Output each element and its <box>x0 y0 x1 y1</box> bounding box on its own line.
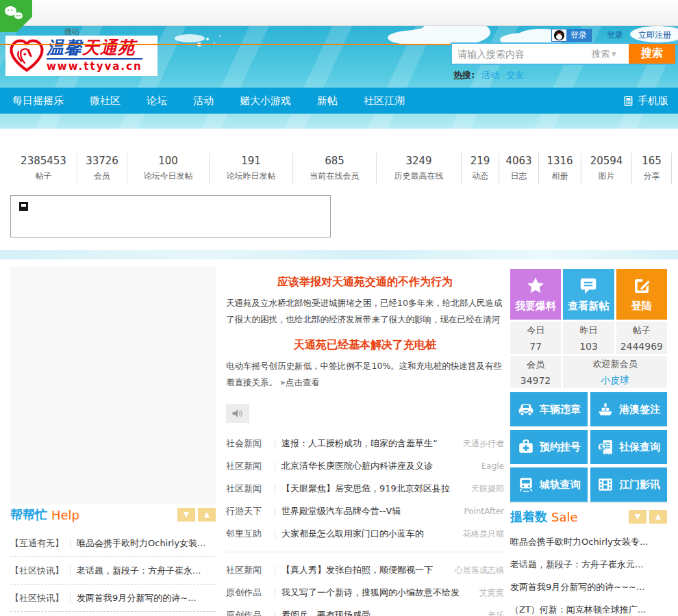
news-author[interactable]: 心居落成志禧 <box>455 565 504 576</box>
stat-value: 2444969 <box>620 341 663 352</box>
report-button[interactable]: 我要爆料 <box>510 269 561 320</box>
news-title[interactable]: 世界殿堂级汽车品牌今昔--V辑 <box>281 505 460 517</box>
nav-item-forum[interactable]: 论坛 <box>147 94 167 107</box>
stat-today: 今日77 <box>510 322 561 354</box>
news-author[interactable]: 艾窝窝 <box>479 587 504 599</box>
scroll-down-button[interactable]: ▼ <box>629 510 646 524</box>
mobile-version-link[interactable]: 手机版 <box>623 88 668 114</box>
service-label: 港澳签注 <box>619 403 660 416</box>
nav-item-yaoyaole[interactable]: 每日摇摇乐 <box>12 94 64 107</box>
nav-item-jianghu[interactable]: 社区江湖 <box>364 94 405 107</box>
news-row[interactable]: 原创作品看阅兵，要有现场感受老乐 <box>226 604 504 616</box>
service-shortcuts: 车辆违章 港澳签注 预约挂号 <box>510 392 667 502</box>
edit-icon <box>631 276 652 296</box>
service-movie-info[interactable]: 江门影讯 <box>590 467 668 502</box>
help-item[interactable]: 【社区快讯】（ZT）何新：闻克林顿全球... <box>10 612 216 616</box>
medkit-icon <box>517 438 535 456</box>
news-title[interactable]: 速报：人工授粉成功，咱家的含羞草生“ <box>281 437 459 450</box>
announcement-speaker-button[interactable] <box>226 404 249 423</box>
news-title[interactable]: 【真人秀】发张自拍照，顺便鄙视一下 <box>281 564 451 576</box>
stat-label: 相册 <box>552 170 568 182</box>
service-hk-macau-visa[interactable]: 港澳签注 <box>590 392 668 426</box>
divider <box>275 611 275 616</box>
news-author[interactable]: 花格是只猫 <box>463 528 504 540</box>
help-item-title[interactable]: 老话题，新段子：方舟子崔永... <box>77 565 216 577</box>
help-item-title[interactable]: 发两首我9月分新写的的诗~... <box>77 592 216 604</box>
news-row[interactable]: 社区新闻【天眼聚焦】居安思危，919北京郊区县拉天眼摄郎 <box>226 478 504 500</box>
news-row[interactable]: 社会新闻速报：人工授粉成功，咱家的含羞草生“天通步行者 <box>226 433 504 455</box>
click-to-view-link[interactable]: »点击查看 <box>280 377 320 387</box>
help-item-title[interactable]: 唯品会携手欧时力Ochirly女装... <box>77 537 216 550</box>
search-scope-label: 搜索 <box>592 48 610 60</box>
service-traffic-violation[interactable]: 车辆违章 <box>510 392 588 426</box>
search-input[interactable] <box>452 44 592 64</box>
service-label: 车辆违章 <box>540 403 581 416</box>
help-item[interactable]: 【社区快讯】发两首我9月分新写的的诗~... <box>10 585 216 612</box>
news-author[interactable]: 天眼摄郎 <box>471 483 504 495</box>
news-author[interactable]: PointAfter <box>464 506 504 516</box>
news-title[interactable]: 北京清华长庚医院心脏内科讲座及义诊 <box>281 460 477 472</box>
headline-1-summary: 天通苑及立水桥北部饱受进城拥堵之困，已经10多年来，给北部人民造成了很大的困扰，… <box>226 295 504 329</box>
nav-item-activity[interactable]: 活动 <box>193 94 214 107</box>
login-button[interactable]: 登陆 <box>616 269 667 320</box>
news-row[interactable]: 原创作品我又写了一个新诗，搜狐网的小编故意不给发艾窝窝 <box>226 582 504 604</box>
stat-posts: 2385453帖子 <box>10 153 77 184</box>
sale-item[interactable]: 发两首我9月分新写的的诗~~~... <box>510 576 667 598</box>
news-row[interactable]: 社区新闻【真人秀】发张自拍照，顺便鄙视一下心居落成志禧 <box>226 559 504 582</box>
help-item[interactable]: 【社区快讯】老话题，新段子：方舟子崔永... <box>10 557 216 585</box>
main-nav: 每日摇摇乐 微社区 论坛 活动 赌大小游戏 新帖 社区江湖 手机版 <box>0 88 678 114</box>
search-button[interactable]: 搜索 <box>629 44 675 64</box>
service-metro-query[interactable]: 城轨查询 <box>510 467 588 502</box>
help-item[interactable]: 【互通有无】唯品会携手欧时力Ochirly女装... <box>10 530 216 557</box>
news-author[interactable]: 老乐 <box>488 610 504 616</box>
news-row[interactable]: 行游天下世界殿堂级汽车品牌今昔--V辑PointAfter <box>226 500 504 523</box>
comment-icon <box>578 276 599 296</box>
headline-2[interactable]: 天通苑已经基本解决了充电桩 <box>226 338 504 352</box>
sale-item[interactable]: 老话题，新段子：方舟子崔永元... <box>510 553 667 576</box>
service-hospital-appointment[interactable]: 预约挂号 <box>510 430 588 464</box>
nav-item-newposts[interactable]: 新帖 <box>317 94 338 107</box>
action-buttons: 我要爆料 查看新帖 登陆 <box>510 269 667 320</box>
stat-label: 论坛昨日发帖 <box>227 170 276 182</box>
news-title[interactable]: 大家都是怎么取用家门口的小蓝车的 <box>281 528 459 540</box>
hot-link-activity[interactable]: 活动 <box>481 69 499 81</box>
sale-item[interactable]: （ZT）何新：闻克林顿全球推广... <box>510 598 667 616</box>
hot-link-friends[interactable]: 交友 <box>506 69 524 81</box>
nav-item-weishequ[interactable]: 微社区 <box>90 94 121 107</box>
stat-shares: 165分享 <box>632 153 672 184</box>
news-author[interactable]: Eagle <box>481 461 504 471</box>
broken-image-icon <box>19 202 28 211</box>
help-item-tag: 【社区快讯】 <box>10 565 64 577</box>
welcome-label: 欢迎新会员 <box>593 358 638 370</box>
scroll-up-button[interactable]: ▲ <box>649 510 667 524</box>
nav-item-game[interactable]: 赌大小游戏 <box>240 94 291 107</box>
news-title[interactable]: 【天眼聚焦】居安思危，919北京郊区县拉 <box>281 483 467 495</box>
news-row[interactable]: 邻里互助大家都是怎么取用家门口的小蓝车的花格是只猫 <box>226 523 504 546</box>
login-link[interactable]: 登录 <box>607 29 623 41</box>
search-scope-dropdown[interactable]: 搜索 ▼ <box>592 44 629 64</box>
news-row[interactable]: 社区新闻北京清华长庚医院心脏内科讲座及义诊Eagle <box>226 455 504 478</box>
site-logo[interactable]: 温馨天通苑 www.ttyva.cn <box>5 36 158 76</box>
scroll-up-button[interactable]: ▲ <box>198 508 216 522</box>
new-member-link[interactable]: 小皮球 <box>601 374 629 387</box>
qq-login-button[interactable]: 登录 <box>551 29 592 42</box>
headline-2-text: 电动车摇号创历史新低，中签比例不足10%。这和充电桩的快速普及有些着直接关系。 <box>226 361 502 387</box>
register-link[interactable]: 立即注册 <box>638 29 671 41</box>
news-title[interactable]: 我又写了一个新诗，搜狐网的小编故意不给发 <box>281 587 475 599</box>
divider <box>275 530 275 539</box>
film-icon <box>597 476 614 493</box>
scroll-down-button[interactable]: ▼ <box>177 508 195 522</box>
qq-login-label: 登录 <box>566 29 591 42</box>
news-category: 原创作品 <box>226 587 268 599</box>
news-category: 社区新闻 <box>226 564 268 576</box>
headline-1[interactable]: 应该举报对天通苑交通的不作为行为 <box>226 275 504 290</box>
svg-text:$: $ <box>599 443 604 451</box>
service-social-security[interactable]: $ 社保查询 <box>590 430 668 464</box>
logo-url: www.ttyva.cn <box>47 58 142 73</box>
news-title[interactable]: 看阅兵，要有现场感受 <box>281 609 484 616</box>
stat-online: 685当前在线会员 <box>293 153 377 184</box>
view-new-posts-button[interactable]: 查看新帖 <box>563 269 614 320</box>
sale-item[interactable]: 唯品会携手欧时力Ochirly女装专... <box>510 530 667 553</box>
speaker-icon <box>231 407 244 420</box>
news-author[interactable]: 天通步行者 <box>463 438 504 450</box>
